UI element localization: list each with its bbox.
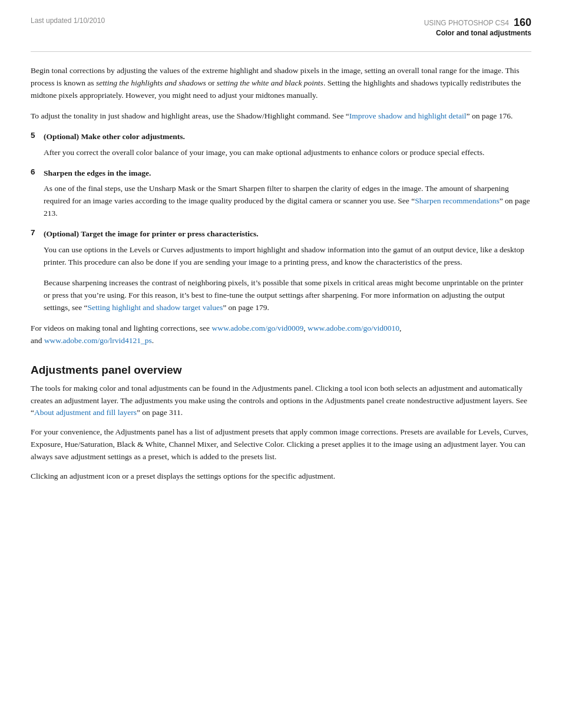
italic-text-1: setting the highlights and shadows bbox=[96, 78, 206, 87]
main-content: Begin tonal corrections by adjusting the… bbox=[0, 65, 562, 483]
numbered-item-6: 6 Sharpen the edges in the image. As one… bbox=[31, 167, 531, 220]
intro-paragraph-2: To adjust the tonality in just shadow an… bbox=[31, 110, 531, 123]
item-7-label: (Optional) Target the image for printer … bbox=[44, 228, 531, 241]
last-updated: Last updated 1/10/2010 bbox=[31, 17, 105, 25]
header-right-top: USING PHOTOSHOP CS4 160 bbox=[424, 17, 531, 29]
page-header: Last updated 1/10/2010 USING PHOTOSHOP C… bbox=[0, 0, 562, 37]
videos-line: For videos on making tonal and lighting … bbox=[31, 322, 531, 347]
item-5-number: 5 bbox=[31, 131, 44, 140]
item-7-description-1: You can use options in the Levels or Cur… bbox=[44, 244, 531, 269]
section-para-2: For your convenience, the Adjustments pa… bbox=[31, 426, 531, 463]
numbered-item-5: 5 (Optional) Make other color adjustment… bbox=[31, 131, 531, 159]
page: Last updated 1/10/2010 USING PHOTOSHOP C… bbox=[0, 0, 562, 728]
adjustments-panel-heading: Adjustments panel overview bbox=[31, 364, 531, 377]
item-5-label: (Optional) Make other color adjustments. bbox=[44, 131, 531, 143]
item-5-row: 5 (Optional) Make other color adjustment… bbox=[31, 131, 531, 143]
item-6-row: 6 Sharpen the edges in the image. bbox=[31, 167, 531, 180]
section-para-3: Clicking an adjustment icon or a preset … bbox=[31, 470, 531, 483]
page-number: 160 bbox=[514, 17, 531, 29]
italic-text-2: setting the white and black points bbox=[217, 78, 323, 87]
item-6-description: As one of the final steps, use the Unsha… bbox=[44, 183, 531, 220]
header-divider bbox=[31, 51, 531, 52]
vid0009-link[interactable]: www.adobe.com/go/vid0009 bbox=[211, 324, 303, 332]
item-7-description-2: Because sharpening increases the contras… bbox=[44, 277, 531, 314]
vid0010-link[interactable]: www.adobe.com/go/vid0010 bbox=[308, 324, 399, 332]
setting-highlight-shadow-link[interactable]: Setting highlight and shadow target valu… bbox=[88, 303, 223, 312]
intro-paragraph-1: Begin tonal corrections by adjusting the… bbox=[31, 65, 531, 102]
item-6-label: Sharpen the edges in the image. bbox=[44, 167, 531, 180]
product-name: USING PHOTOSHOP CS4 bbox=[424, 19, 509, 27]
sharpen-recommendations-link[interactable]: Sharpen recommendations bbox=[415, 196, 500, 205]
item-7-number: 7 bbox=[31, 228, 44, 237]
item-7-row: 7 (Optional) Target the image for printe… bbox=[31, 228, 531, 241]
item-5-description: After you correct the overall color bala… bbox=[44, 147, 531, 159]
improve-shadow-link[interactable]: Improve shadow and highlight detail bbox=[349, 111, 467, 120]
item-6-number: 6 bbox=[31, 167, 44, 176]
lrvid4121-link[interactable]: www.adobe.com/go/lrvid4121_ps bbox=[44, 336, 152, 345]
header-right: USING PHOTOSHOP CS4 160 Color and tonal … bbox=[424, 17, 531, 37]
numbered-item-7: 7 (Optional) Target the image for printe… bbox=[31, 228, 531, 314]
about-adjustment-fill-layers-link[interactable]: About adjustment and fill layers bbox=[34, 408, 137, 417]
section-title: Color and tonal adjustments bbox=[424, 29, 531, 37]
section-para-1: The tools for making color and tonal adj… bbox=[31, 383, 531, 420]
